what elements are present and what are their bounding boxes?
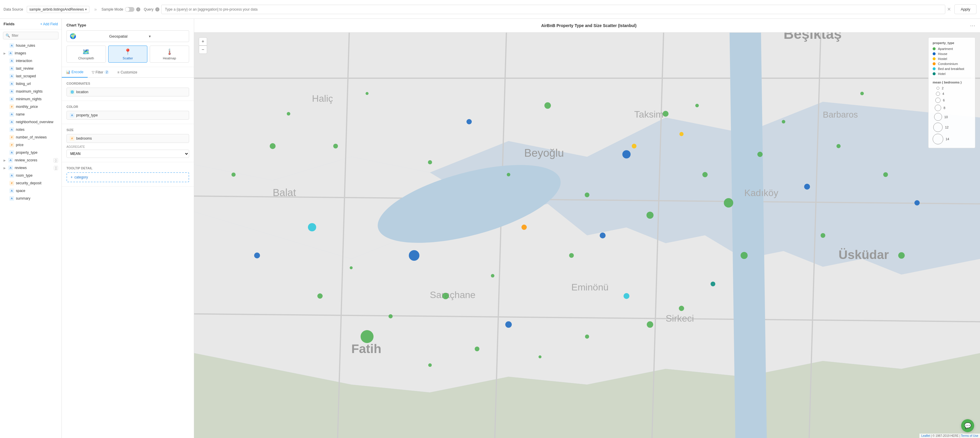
add-field-button[interactable]: + Add Field xyxy=(40,22,58,26)
field-item[interactable]: A last_review xyxy=(0,65,62,72)
query-clear-button[interactable]: ✕ xyxy=(947,6,951,12)
legend-label: Apartment xyxy=(938,47,953,51)
map-menu-button[interactable]: ⋯ xyxy=(970,22,975,29)
scatter-icon: 📍 xyxy=(124,48,132,55)
size-label: Size xyxy=(67,128,189,132)
coordinates-field-pill[interactable]: 🌐 location xyxy=(67,87,189,97)
field-name: property_type xyxy=(16,151,58,155)
svg-text:Haliç: Haliç xyxy=(312,93,333,104)
map-title-bar: AirBnB Property Type and Size Scatter (I… xyxy=(194,19,980,33)
sample-mode-toggle[interactable] xyxy=(125,7,134,12)
color-field-icon: A xyxy=(70,113,75,117)
scatter-label: Scatter xyxy=(123,56,133,60)
legend-circle xyxy=(933,134,943,144)
field-item[interactable]: A property_type xyxy=(0,149,62,156)
filter-tab-icon: ▽ xyxy=(92,70,94,75)
legend-dot xyxy=(933,67,935,70)
legend-size-item: 12 xyxy=(933,122,971,132)
field-item[interactable]: A house_rules xyxy=(0,42,62,49)
expand-icon: ▶ xyxy=(3,52,6,55)
field-item[interactable]: ▶ A images xyxy=(0,49,62,57)
legend-size-item: 8 xyxy=(933,105,971,111)
map-title: AirBnB Property Type and Size Scatter (I… xyxy=(208,23,970,28)
field-type-icon: A xyxy=(10,150,14,155)
query-input[interactable] xyxy=(161,5,946,14)
tab-customize[interactable]: ≡ Customize xyxy=(113,67,142,77)
terms-link[interactable]: Terms of Use xyxy=(961,434,978,437)
size-field-pill[interactable]: # bedrooms xyxy=(67,134,189,143)
legend-type-item: Hostel xyxy=(933,57,971,60)
aggregate-select[interactable]: MEAN xyxy=(67,150,189,158)
chart-type-selected: Geospatial xyxy=(109,34,146,38)
field-item[interactable]: # security_deposit xyxy=(0,179,62,187)
field-item[interactable]: # price xyxy=(0,141,62,149)
aggregate-label: AGGREGATE xyxy=(67,145,189,148)
legend-size-label: 14 xyxy=(946,137,949,141)
field-type-icon: # xyxy=(10,104,14,109)
chart-type-dropdown[interactable]: 🌍 Geospatial ▾ xyxy=(67,30,189,42)
field-name: space xyxy=(16,189,58,193)
chart-options: 🗺️ Choropleth 📍 Scatter 🌡️ Heatmap xyxy=(67,46,189,63)
apply-button[interactable]: Apply xyxy=(955,5,977,14)
field-item[interactable]: A neighborhood_overview xyxy=(0,118,62,126)
field-search-box[interactable]: 🔍 xyxy=(3,32,59,40)
chat-button[interactable]: 💬 xyxy=(961,419,974,432)
sample-mode: Sample Mode i xyxy=(102,7,140,12)
field-type-icon: A xyxy=(10,127,14,132)
tooltip-add-button[interactable]: + category xyxy=(67,172,189,182)
field-item[interactable]: A room_type xyxy=(0,172,62,179)
map-container[interactable]: Beşiktaş Üsküdar Fatih Beyoğlu Haliç Bal… xyxy=(194,33,980,438)
field-name: notes xyxy=(16,128,58,132)
coordinates-field-icon: 🌐 xyxy=(70,90,75,94)
map-svg: Beşiktaş Üsküdar Fatih Beyoğlu Haliç Bal… xyxy=(194,33,980,438)
tooltip-label: Tooltip Detail xyxy=(67,167,189,170)
field-item[interactable]: A last_scraped xyxy=(0,72,62,80)
filter-badge: 2 xyxy=(104,70,109,74)
legend-size-title: mean ( bedrooms ) xyxy=(933,81,971,84)
datasource-select[interactable]: sample_airbnb.listingsAndReviews ▾ xyxy=(27,6,89,13)
legend-circle xyxy=(937,87,939,90)
zoom-out-button[interactable]: − xyxy=(199,46,207,54)
svg-text:Sirkeci: Sirkeci xyxy=(666,313,694,324)
legend-size-item: 4 xyxy=(933,92,971,96)
field-type-icon: A xyxy=(10,74,14,78)
field-item[interactable]: A notes xyxy=(0,126,62,133)
field-item[interactable]: A name xyxy=(0,111,62,118)
field-name: listing_url xyxy=(16,82,58,86)
tab-encode[interactable]: 📊 Encode xyxy=(62,67,88,78)
tab-filter[interactable]: ▽ Filter 2 xyxy=(88,67,113,77)
data-source-label: Data Source xyxy=(3,7,23,11)
field-item[interactable]: A minimum_nights xyxy=(0,95,62,103)
sample-mode-info-icon[interactable]: i xyxy=(136,7,140,11)
color-section: Color A property_type xyxy=(62,101,194,124)
legend-size-item: 2 xyxy=(933,86,971,90)
svg-text:Beyoğlu: Beyoğlu xyxy=(524,147,564,159)
leaflet-link[interactable]: Leaflet xyxy=(921,434,930,437)
legend-circle xyxy=(933,122,943,132)
field-item[interactable]: # monthly_price xyxy=(0,103,62,111)
field-item[interactable]: ▶ A reviews [] xyxy=(0,164,62,172)
field-type-icon: # xyxy=(10,181,14,186)
field-item[interactable]: A space xyxy=(0,187,62,195)
field-item[interactable]: # number_of_reviews xyxy=(0,133,62,141)
field-name: maximum_nights xyxy=(16,89,58,94)
field-item[interactable]: A interaction xyxy=(0,57,62,65)
field-item[interactable]: A listing_url xyxy=(0,80,62,87)
chart-option-choropleth[interactable]: 🗺️ Choropleth xyxy=(67,46,106,63)
chart-option-scatter[interactable]: 📍 Scatter xyxy=(108,46,148,63)
legend-divider xyxy=(933,78,971,78)
query-info-icon[interactable]: i xyxy=(155,7,159,11)
zoom-in-button[interactable]: + xyxy=(199,37,207,46)
size-section: Size # bedrooms AGGREGATE MEAN xyxy=(62,124,194,162)
legend-label: Hostel xyxy=(938,57,947,60)
field-item[interactable]: ▶ A review_scores {} xyxy=(0,156,62,164)
legend-dot xyxy=(933,62,935,65)
field-search-input[interactable] xyxy=(12,33,56,38)
field-name: monthly_price xyxy=(16,105,58,109)
field-item[interactable]: A summary xyxy=(0,195,62,202)
field-item[interactable]: A maximum_nights xyxy=(0,87,62,95)
fields-list: A house_rules ▶ A images A interaction A… xyxy=(0,42,62,438)
color-field-pill[interactable]: A property_type xyxy=(67,111,189,120)
svg-text:Kadıköy: Kadıköy xyxy=(744,187,778,198)
chart-option-heatmap[interactable]: 🌡️ Heatmap xyxy=(150,46,189,63)
